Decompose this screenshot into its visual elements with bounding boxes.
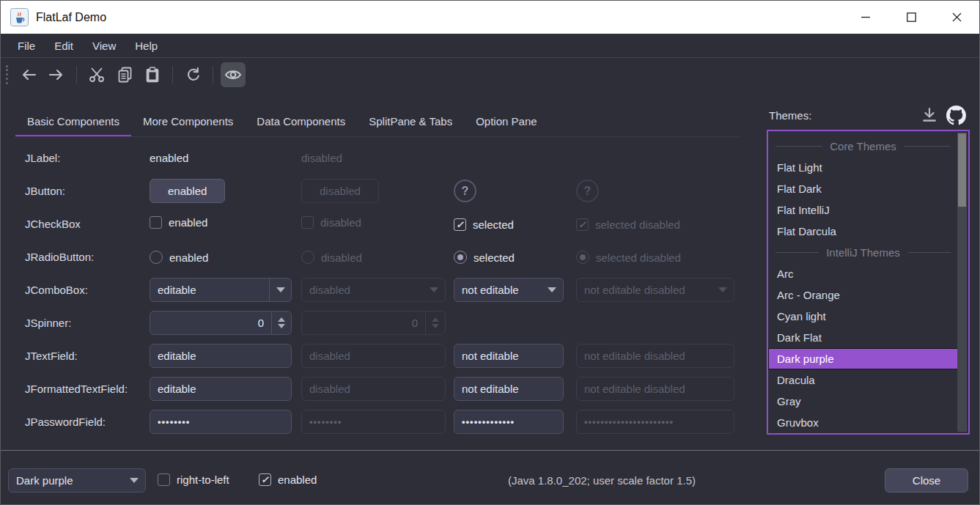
- combobox-disabled: disabled: [301, 278, 446, 302]
- copy-button[interactable]: [112, 62, 137, 87]
- theme-item-flat-light[interactable]: Flat Light: [768, 157, 958, 178]
- theme-group-header: IntelliJ Themes: [768, 242, 958, 263]
- menu-view[interactable]: View: [83, 40, 125, 52]
- show-details-toggle-button[interactable]: [221, 62, 246, 87]
- cut-icon: [89, 67, 105, 83]
- jlabel-disabled: disabled: [301, 152, 342, 164]
- close-window-button[interactable]: [934, 1, 979, 34]
- eye-icon: [224, 68, 242, 81]
- close-button[interactable]: Close: [885, 468, 968, 493]
- maximize-button[interactable]: [888, 1, 934, 34]
- back-arrow-icon: [21, 68, 37, 81]
- themes-list: Core Themes Flat Light Flat Dark Flat In…: [767, 130, 970, 435]
- passwordfield-not-editable[interactable]: •••••••••••••: [454, 410, 564, 434]
- tool-bar: [1, 59, 979, 90]
- jbutton-enabled[interactable]: enabled: [150, 179, 225, 203]
- row-label-jcheckbox: JCheckBox: [25, 218, 150, 230]
- spinner-disabled: 0: [301, 311, 446, 335]
- toolbar-separator: [76, 66, 77, 84]
- theme-item-arc[interactable]: Arc: [768, 263, 958, 284]
- forward-button[interactable]: [44, 62, 69, 87]
- radio-enabled[interactable]: enabled: [150, 251, 208, 264]
- passwordfield-editable[interactable]: ••••••••: [150, 410, 292, 434]
- download-theme-icon[interactable]: [921, 107, 937, 123]
- spinner-enabled[interactable]: 0: [150, 311, 292, 335]
- maximize-icon: [907, 12, 916, 22]
- theme-item-gray[interactable]: Gray: [768, 391, 958, 412]
- forward-arrow-icon: [48, 68, 65, 81]
- radio-icon: [150, 251, 163, 264]
- title-bar: FlatLaf Demo: [1, 1, 979, 34]
- cut-button[interactable]: [84, 62, 109, 87]
- refresh-button[interactable]: [180, 62, 205, 87]
- row-label-jpasswordfield: JPasswordField:: [25, 416, 150, 428]
- checkbox-enabled[interactable]: enabled: [150, 216, 207, 229]
- combobox-editable[interactable]: editable: [150, 278, 292, 302]
- tab-more-components[interactable]: More Components: [131, 107, 245, 137]
- menu-help[interactable]: Help: [125, 40, 167, 52]
- checkbox-checked-icon: ✓: [259, 473, 271, 486]
- formattedtextfield-disabled: disabled: [301, 377, 446, 401]
- theme-item-dark-purple-selected[interactable]: Dark purple: [768, 348, 958, 369]
- paste-button[interactable]: [140, 62, 165, 87]
- theme-item-arc-orange[interactable]: Arc - Orange: [768, 284, 958, 306]
- combobox-not-editable[interactable]: not editable: [454, 278, 564, 302]
- themes-label: Themes:: [769, 109, 811, 122]
- passwordfield-not-editable-disabled: ••••••••••••••••••••••: [576, 410, 734, 434]
- textfield-editable[interactable]: editable: [150, 344, 292, 368]
- checkbox-icon: [150, 216, 162, 229]
- textfield-not-editable-disabled: not editable disabled: [576, 344, 734, 368]
- theme-item-dark-flat[interactable]: Dark Flat: [768, 327, 958, 348]
- theme-item-flat-intellij[interactable]: Flat IntelliJ: [768, 199, 958, 221]
- theme-item-flat-dark[interactable]: Flat Dark: [768, 178, 958, 199]
- checkbox-checked-icon: ✓: [454, 218, 466, 231]
- theme-selector-combobox[interactable]: Dark purple: [8, 468, 146, 493]
- theme-item-cyan-light[interactable]: Cyan light: [768, 306, 958, 327]
- textfield-not-editable[interactable]: not editable: [454, 344, 564, 368]
- passwordfield-disabled: ••••••••: [301, 410, 446, 434]
- row-label-jformattedtextfield: JFormattedTextField:: [25, 383, 150, 395]
- radio-selected-disabled: selected disabled: [576, 251, 681, 264]
- github-icon[interactable]: [946, 106, 966, 125]
- tab-data-components[interactable]: Data Components: [245, 107, 357, 137]
- menu-file[interactable]: File: [8, 40, 45, 52]
- theme-item-gruvbox[interactable]: Gruvbox: [768, 412, 958, 433]
- combobox-arrow[interactable]: [541, 279, 563, 301]
- toolbar-separator: [213, 66, 213, 84]
- combobox-arrow[interactable]: [123, 469, 145, 492]
- theme-group-header: Core Themes: [768, 136, 958, 157]
- theme-item-flat-darcula[interactable]: Flat Darcula: [768, 221, 958, 242]
- themes-scrollbar[interactable]: [957, 133, 967, 432]
- radio-selected[interactable]: selected: [454, 251, 515, 264]
- combobox-arrow[interactable]: [269, 279, 291, 301]
- theme-item-dracula[interactable]: Dracula: [768, 369, 958, 391]
- close-icon: [952, 12, 962, 22]
- jbutton-help[interactable]: ?: [454, 180, 476, 202]
- refresh-icon: [185, 67, 201, 82]
- back-button[interactable]: [16, 62, 41, 87]
- bottom-bar: Dark purple right-to-left ✓ enabled (Jav…: [1, 450, 979, 505]
- checkbox-selected[interactable]: ✓selected: [454, 218, 514, 231]
- row-label-jradiobutton: JRadioButton:: [25, 251, 150, 263]
- spinner-arrows[interactable]: [271, 312, 291, 334]
- tab-basic-components[interactable]: Basic Components: [15, 107, 131, 137]
- menu-bar: File Edit View Help: [1, 34, 979, 58]
- checkbox-icon: [158, 473, 170, 486]
- row-label-jcombobox: JComboBox:: [25, 284, 150, 296]
- formattedtextfield-editable[interactable]: editable: [150, 377, 292, 401]
- themes-scrollbar-thumb[interactable]: [958, 133, 966, 207]
- toolbar-drag-grip[interactable]: [6, 65, 8, 84]
- menu-edit[interactable]: Edit: [45, 40, 83, 52]
- jbutton-disabled: disabled: [301, 179, 379, 203]
- checkbox-selected-disabled: ✓selected disabled: [576, 218, 680, 231]
- tab-option-pane[interactable]: Option Pane: [464, 107, 548, 137]
- tab-splitpane-tabs[interactable]: SplitPane & Tabs: [357, 107, 464, 137]
- checkbox-icon: [301, 216, 314, 229]
- minimize-button[interactable]: [843, 1, 888, 34]
- right-to-left-checkbox[interactable]: right-to-left: [158, 473, 229, 486]
- enabled-checkbox[interactable]: ✓ enabled: [259, 473, 317, 486]
- row-label-jbutton: JButton:: [25, 185, 150, 197]
- formattedtextfield-not-editable[interactable]: not editable: [454, 377, 564, 401]
- status-text: (Java 1.8.0_202; user scale factor 1.5): [455, 474, 748, 487]
- jbutton-help-disabled: ?: [576, 180, 599, 202]
